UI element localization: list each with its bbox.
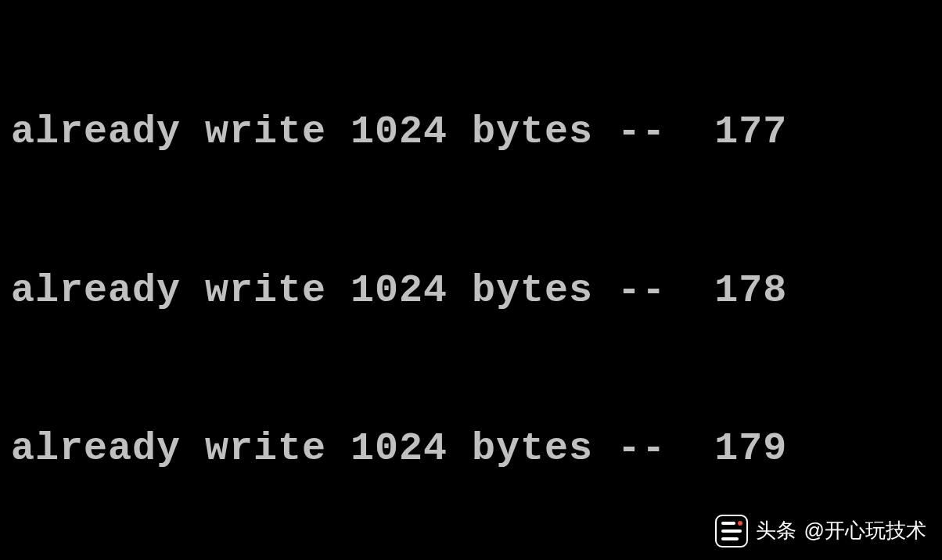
svg-point-4 [738,521,742,526]
svg-rect-3 [721,537,739,540]
svg-rect-2 [721,529,742,533]
watermark-author: @开心玩技术 [804,517,926,544]
toutiao-icon [715,515,748,547]
watermark-label: 头条 [756,517,796,544]
output-line: already write 1024 bytes -- 178 [11,264,942,318]
output-line: already write 1024 bytes -- 177 [11,106,942,159]
terminal-output: already write 1024 bytes -- 177 already … [11,0,942,560]
svg-rect-1 [721,522,735,525]
watermark: 头条 @开心玩技术 [715,515,926,547]
output-line: already write 1024 bytes -- 179 [11,422,942,476]
